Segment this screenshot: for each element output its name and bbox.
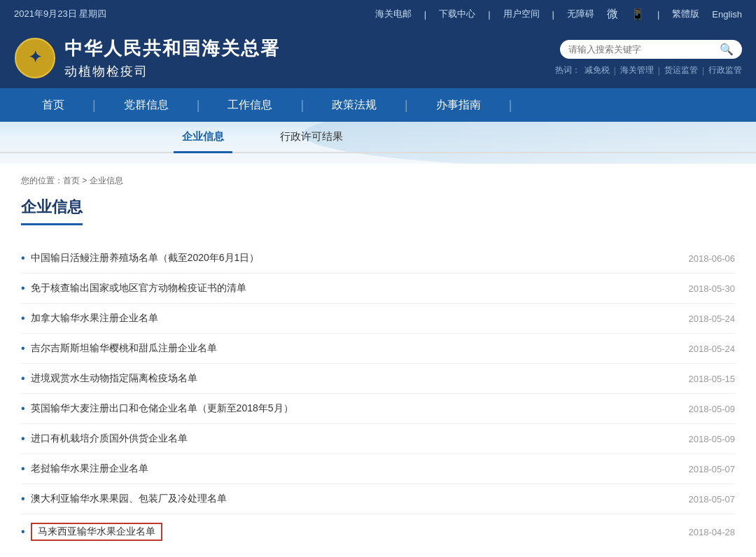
header: ✦ 中华人民共和国海关总署 动植物检疫司 🔍 热词： 减免税 | 海关管理 | … xyxy=(0,28,756,88)
list-item: • 加拿大输华水果注册企业名单 2018-05-24 xyxy=(21,304,735,334)
subnav-admin-permit[interactable]: 行政许可结果 xyxy=(252,122,371,152)
bullet-icon: • xyxy=(21,526,25,538)
item-link-3[interactable]: 吉尔吉斯斯坦输华樱桃和甜瓜注册企业名单 xyxy=(31,342,217,355)
header-right: 🔍 热词： 减免税 | 海关管理 | 货运监管 | 行政监管 xyxy=(555,40,742,76)
item-link-4[interactable]: 进境观赏水生动物指定隔离检疫场名单 xyxy=(31,372,197,385)
item-date-9: 2018-04-28 xyxy=(689,527,736,537)
link-accessibility[interactable]: 无障碍 xyxy=(567,8,594,20)
item-date-6: 2018-05-09 xyxy=(689,434,736,444)
link-english[interactable]: English xyxy=(712,9,742,20)
bullet-icon: • xyxy=(21,252,25,265)
hot-label: 热词： xyxy=(555,64,580,76)
nav-home[interactable]: 首页 xyxy=(14,88,92,122)
hot-word-4[interactable]: 行政监管 xyxy=(708,64,742,76)
bullet-icon: • xyxy=(21,342,25,355)
item-link-2[interactable]: 加拿大输华水果注册企业名单 xyxy=(31,312,158,325)
item-date-3: 2018-05-24 xyxy=(689,344,736,354)
logo-icon: ✦ xyxy=(14,37,56,79)
search-input[interactable] xyxy=(568,44,720,55)
svg-text:✦: ✦ xyxy=(29,48,41,66)
logo-area: ✦ 中华人民共和国海关总署 动植物检疫司 xyxy=(14,35,280,81)
nav-party[interactable]: 党群信息 xyxy=(96,88,197,122)
item-link-6[interactable]: 进口有机栽培介质国外供货企业名单 xyxy=(31,432,188,445)
item-date-0: 2018-06-06 xyxy=(689,253,736,264)
subnav-enterprise[interactable]: 企业信息 xyxy=(154,122,252,152)
sub-nav: 企业信息 行政许可结果 xyxy=(0,122,756,153)
main-content: 您的位置：首页 > 企业信息 企业信息 • 中国输日活鳗注册养殖场名单（截至20… xyxy=(0,164,756,557)
page-title: 企业信息 xyxy=(21,197,83,225)
list-item: • 老挝输华水果注册企业名单 2018-05-07 xyxy=(21,454,735,484)
top-bar: 2021年9月23日 星期四 海关电邮 | 下载中心 | 用户空间 | 无障碍 … xyxy=(0,0,756,28)
title-area: 企业信息 xyxy=(21,197,735,230)
wechat-icon[interactable]: 📱 xyxy=(631,8,645,21)
hot-word-1[interactable]: 减免税 xyxy=(584,64,610,76)
search-icon[interactable]: 🔍 xyxy=(720,43,734,56)
item-link-8[interactable]: 澳大利亚输华水果果园、包装厂及冷处理名单 xyxy=(31,493,227,505)
item-date-2: 2018-05-24 xyxy=(689,313,736,324)
top-bar-links: 海关电邮 | 下载中心 | 用户空间 | 无障碍 微 📱 | 繁體版 Engli… xyxy=(375,7,742,22)
enterprise-list: • 中国输日活鳗注册养殖场名单（截至2020年6月1日） 2018-06-06 … xyxy=(21,244,735,549)
list-item: • 进境观赏水生动物指定隔离检疫场名单 2018-05-15 xyxy=(21,364,735,394)
item-link-1[interactable]: 免于核查输出国家或地区官方动物检疫证书的清单 xyxy=(31,282,246,295)
hot-word-2[interactable]: 海关管理 xyxy=(620,64,654,76)
link-traditional[interactable]: 繁體版 xyxy=(672,8,699,20)
nav-work[interactable]: 工作信息 xyxy=(200,88,300,122)
item-date-7: 2018-05-07 xyxy=(689,464,736,474)
breadcrumb: 您的位置：首页 > 企业信息 xyxy=(21,175,735,187)
hero-area: 企业信息 行政许可结果 xyxy=(0,122,756,164)
bullet-icon: • xyxy=(21,402,25,415)
link-download-center[interactable]: 下载中心 xyxy=(439,8,475,20)
logo-text: 中华人民共和国海关总署 动植物检疫司 xyxy=(64,35,280,81)
link-user-space[interactable]: 用户空间 xyxy=(503,8,540,20)
item-link-5[interactable]: 英国输华大麦注册出口和仓储企业名单（更新至2018年5月） xyxy=(31,402,293,415)
link-haiguan-email[interactable]: 海关电邮 xyxy=(375,8,412,20)
item-date-1: 2018-05-30 xyxy=(689,283,736,294)
bullet-icon: • xyxy=(21,493,25,505)
date-display: 2021年9月23日 星期四 xyxy=(14,8,106,20)
item-link-7[interactable]: 老挝输华水果注册企业名单 xyxy=(31,463,148,475)
item-link-9[interactable]: 马来西亚输华水果企业名单 xyxy=(38,526,155,537)
list-item-highlighted: • 马来西亚输华水果企业名单 2018-04-28 xyxy=(21,514,735,549)
bullet-icon: • xyxy=(21,463,25,475)
bullet-icon: • xyxy=(21,372,25,385)
main-nav: 首页 | 党群信息 | 工作信息 | 政策法规 | 办事指南 | xyxy=(0,88,756,122)
item-date-4: 2018-05-15 xyxy=(689,374,736,384)
bullet-icon: • xyxy=(21,282,25,295)
nav-policy[interactable]: 政策法规 xyxy=(304,88,405,122)
list-item: • 吉尔吉斯斯坦输华樱桃和甜瓜注册企业名单 2018-05-24 xyxy=(21,334,735,364)
bullet-icon: • xyxy=(21,432,25,445)
weibo-icon[interactable]: 微 xyxy=(607,7,618,22)
site-title1: 中华人民共和国海关总署 xyxy=(64,35,280,62)
item-link-0[interactable]: 中国输日活鳗注册养殖场名单（截至2020年6月1日） xyxy=(31,252,260,265)
search-box[interactable]: 🔍 xyxy=(560,40,742,59)
hot-words: 热词： 减免税 | 海关管理 | 货运监管 | 行政监管 xyxy=(555,64,742,76)
item-date-5: 2018-05-09 xyxy=(689,404,736,414)
nav-guide[interactable]: 办事指南 xyxy=(408,88,509,122)
list-item: • 进口有机栽培介质国外供货企业名单 2018-05-09 xyxy=(21,424,735,454)
bullet-icon: • xyxy=(21,312,25,325)
list-item: • 澳大利亚输华水果果园、包装厂及冷处理名单 2018-05-07 xyxy=(21,484,735,514)
item-date-8: 2018-05-07 xyxy=(689,494,736,505)
list-item: • 中国输日活鳗注册养殖场名单（截至2020年6月1日） 2018-06-06 xyxy=(21,244,735,274)
list-item: • 免于核查输出国家或地区官方动物检疫证书的清单 2018-05-30 xyxy=(21,274,735,304)
site-title2: 动植物检疫司 xyxy=(64,62,280,81)
hot-word-3[interactable]: 货运监管 xyxy=(664,64,698,76)
list-item: • 英国输华大麦注册出口和仓储企业名单（更新至2018年5月） 2018-05-… xyxy=(21,394,735,424)
